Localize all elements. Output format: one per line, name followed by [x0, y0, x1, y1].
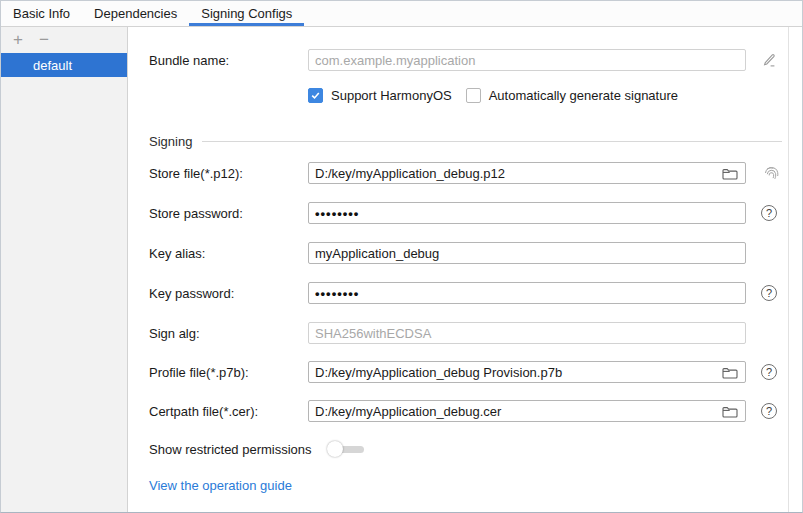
sidebar-toolbar: + − — [1, 27, 127, 53]
signing-configs-panel: Basic Info Dependencies Signing Configs … — [0, 0, 803, 513]
profile-file-input[interactable] — [315, 363, 715, 381]
signing-form: Bundle name: Support HarmonyOS — [129, 27, 802, 512]
bundle-name-input[interactable] — [315, 51, 739, 69]
auto-generate-signature-label: Automatically generate signature — [489, 88, 678, 103]
sign-alg-field — [308, 322, 746, 344]
plus-icon: + — [13, 32, 23, 48]
bundle-name-row: Bundle name: — [149, 49, 802, 71]
sidebar-item-default[interactable]: default — [1, 53, 127, 77]
certpath-file-label: Certpath file(*.cer): — [149, 404, 308, 419]
toggle-knob — [327, 441, 343, 457]
support-harmonyos-checkbox[interactable] — [308, 88, 323, 103]
operation-guide-link[interactable]: View the operation guide — [149, 478, 292, 493]
certpath-file-field — [308, 400, 746, 422]
sign-alg-label: Sign alg: — [149, 326, 308, 341]
store-file-field — [308, 162, 746, 184]
restricted-permissions-label: Show restricted permissions — [149, 442, 312, 457]
store-file-hint[interactable] — [761, 163, 781, 183]
certpath-file-row: Certpath file(*.cer): ? — [149, 400, 802, 422]
add-config-button[interactable]: + — [10, 32, 26, 48]
signing-section-header: Signing — [149, 133, 802, 149]
tab-dependencies[interactable]: Dependencies — [82, 1, 189, 26]
key-password-label: Key password: — [149, 286, 308, 301]
pencil-icon — [761, 52, 777, 68]
help-icon: ? — [761, 285, 777, 301]
store-password-row: Store password: ? — [149, 202, 802, 224]
profile-file-row: Profile file(*.p7b): ? — [149, 361, 802, 383]
store-password-help-button[interactable]: ? — [761, 205, 777, 221]
tab-signing-configs[interactable]: Signing Configs — [189, 1, 304, 26]
bundle-name-field — [308, 49, 746, 71]
restricted-permissions-row: Show restricted permissions — [149, 441, 802, 457]
help-icon: ? — [761, 403, 777, 419]
restricted-permissions-toggle[interactable] — [327, 441, 364, 457]
support-harmonyos-label: Support HarmonyOS — [331, 88, 452, 103]
signing-section-title: Signing — [149, 134, 192, 149]
certpath-file-input[interactable] — [315, 402, 715, 420]
key-password-input[interactable] — [315, 284, 739, 302]
remove-config-button[interactable]: − — [36, 32, 52, 48]
tab-basic-info[interactable]: Basic Info — [1, 1, 82, 26]
tab-bar: Basic Info Dependencies Signing Configs — [1, 1, 802, 27]
key-alias-row: Key alias: — [149, 242, 802, 264]
profile-file-browse-button[interactable] — [721, 364, 739, 380]
bundle-name-label: Bundle name: — [149, 53, 308, 68]
folder-icon — [722, 405, 738, 418]
folder-icon — [722, 167, 738, 180]
profile-file-label: Profile file(*.p7b): — [149, 365, 308, 380]
profile-file-field — [308, 361, 746, 383]
key-alias-input[interactable] — [315, 244, 739, 262]
store-password-label: Store password: — [149, 206, 308, 221]
section-divider — [202, 141, 782, 142]
store-password-input[interactable] — [315, 204, 739, 222]
key-password-help-button[interactable]: ? — [761, 285, 777, 301]
support-harmonyos-option[interactable]: Support HarmonyOS — [308, 88, 452, 103]
guide-link-row: View the operation guide — [149, 478, 802, 493]
key-alias-field — [308, 242, 746, 264]
key-password-field — [308, 282, 746, 304]
help-icon: ? — [761, 205, 777, 221]
help-icon: ? — [761, 364, 777, 380]
certpath-file-help-button[interactable]: ? — [761, 403, 777, 419]
store-file-label: Store file(*.p12): — [149, 166, 308, 181]
store-password-field — [308, 202, 746, 224]
key-alias-label: Key alias: — [149, 246, 308, 261]
minus-icon: − — [39, 32, 49, 48]
sign-alg-input — [315, 324, 739, 342]
certpath-file-browse-button[interactable] — [721, 403, 739, 419]
store-file-browse-button[interactable] — [721, 165, 739, 181]
fingerprint-icon — [761, 163, 781, 183]
sign-alg-row: Sign alg: — [149, 322, 802, 344]
profile-file-help-button[interactable]: ? — [761, 364, 777, 380]
checkmark-icon — [310, 90, 321, 101]
configs-sidebar: + − default — [1, 27, 128, 512]
folder-icon — [722, 366, 738, 379]
store-file-input[interactable] — [315, 164, 715, 182]
checkbox-row: Support HarmonyOS Automatically generate… — [308, 87, 802, 103]
auto-generate-signature-checkbox[interactable] — [466, 88, 481, 103]
key-password-row: Key password: ? — [149, 282, 802, 304]
edit-bundle-name-button[interactable] — [761, 52, 777, 68]
auto-generate-signature-option[interactable]: Automatically generate signature — [466, 88, 678, 103]
store-file-row: Store file(*.p12): — [149, 162, 802, 184]
